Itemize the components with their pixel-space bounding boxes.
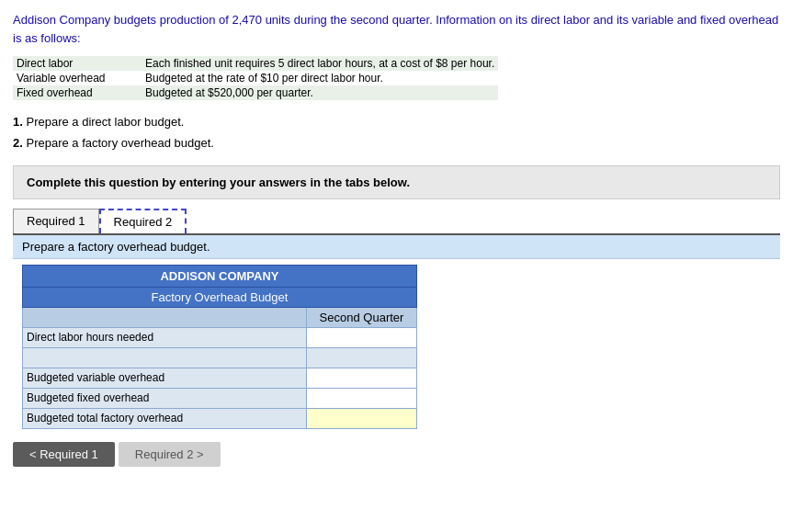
task-1: 1. Prepare a direct labor budget. [13, 111, 780, 132]
info-label-1: Direct labor [13, 56, 142, 71]
info-desc-1: Each finished unit requires 5 direct lab… [142, 56, 498, 71]
task-2: 2. Prepare a factory overhead budget. [13, 132, 780, 153]
row-value-empty[interactable] [307, 347, 417, 368]
tab-required-2[interactable]: Required 2 [99, 209, 187, 233]
company-name-cell: ADDISON COMPANY [23, 265, 417, 287]
tab-required-1[interactable]: Required 1 [13, 209, 99, 233]
nav-buttons: < Required 1 Required 2 > [13, 442, 780, 467]
table-row: Direct labor hours needed [23, 327, 417, 347]
intro-text: Addison Company budgets production of 2,… [13, 11, 780, 47]
row-label-empty [23, 347, 307, 368]
back-button[interactable]: < Required 1 [13, 442, 115, 467]
info-desc-2: Budgeted at the rate of $10 per direct l… [142, 71, 498, 85]
row-label-total: Budgeted total factory overhead [23, 408, 307, 428]
row-value-variable[interactable] [307, 368, 417, 388]
column-header-row: Second Quarter [23, 307, 417, 327]
complete-instruction: Complete this question by entering your … [13, 165, 780, 199]
input-direct-labor[interactable] [311, 331, 413, 344]
input-variable[interactable] [311, 371, 413, 384]
tasks: 1. Prepare a direct labor budget. 2. Pre… [13, 111, 780, 154]
table-title-cell: Factory Overhead Budget [23, 287, 417, 307]
info-label-2: Variable overhead [13, 71, 142, 85]
input-fixed[interactable] [311, 391, 413, 404]
row-label-variable: Budgeted variable overhead [23, 368, 307, 388]
row-value-fixed[interactable] [307, 388, 417, 408]
tabs-row: Required 1 Required 2 [13, 209, 780, 235]
budget-table: ADDISON COMPANY Factory Overhead Budget … [22, 265, 417, 429]
table-row: Budgeted fixed overhead [23, 388, 417, 408]
info-label-3: Fixed overhead [13, 85, 142, 100]
table-row: Budgeted variable overhead [23, 368, 417, 388]
row-label-direct-labor: Direct labor hours needed [23, 327, 307, 347]
prepare-label: Prepare a factory overhead budget. [13, 235, 780, 259]
info-desc-3: Budgeted at $520,000 per quarter. [142, 85, 498, 100]
row-value-total[interactable] [307, 408, 417, 428]
row-header-empty [23, 307, 307, 327]
table-row [23, 347, 417, 368]
table-row: Budgeted total factory overhead [23, 408, 417, 428]
second-quarter-header: Second Quarter [307, 307, 417, 327]
input-empty[interactable] [311, 351, 413, 364]
info-table: Direct labor Each finished unit requires… [13, 56, 498, 100]
budget-table-wrapper: ADDISON COMPANY Factory Overhead Budget … [22, 265, 417, 429]
row-label-fixed: Budgeted fixed overhead [23, 388, 307, 408]
table-title-row: Factory Overhead Budget [23, 287, 417, 307]
forward-button[interactable]: Required 2 > [119, 442, 221, 467]
company-name-row: ADDISON COMPANY [23, 265, 417, 287]
input-total[interactable] [311, 412, 413, 424]
row-value-direct-labor[interactable] [307, 327, 417, 347]
